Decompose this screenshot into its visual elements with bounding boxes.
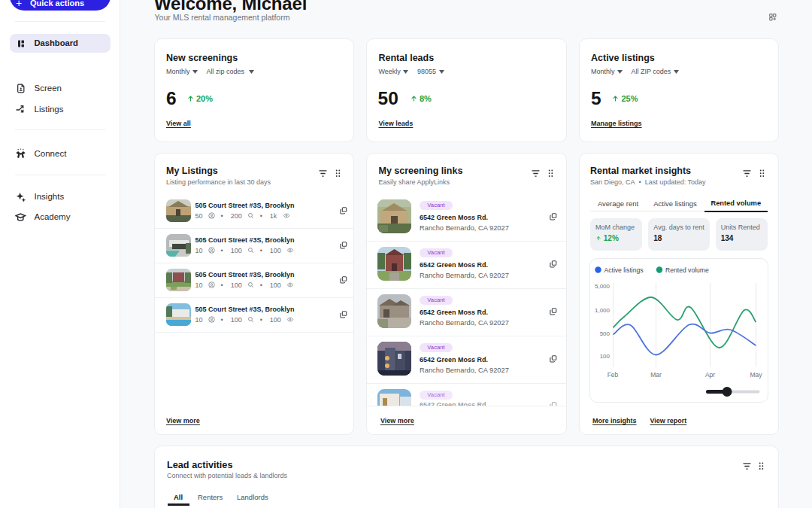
svg-text:May: May xyxy=(750,371,762,379)
svg-text:Mar: Mar xyxy=(650,371,662,379)
svg-text:100: 100 xyxy=(599,353,610,360)
svg-text:1,000: 1,000 xyxy=(594,306,610,313)
svg-text:5,000: 5,000 xyxy=(594,282,610,289)
svg-text:Active listings: Active listings xyxy=(604,266,643,273)
svg-text:Apr: Apr xyxy=(704,371,714,379)
svg-text:500: 500 xyxy=(599,330,610,336)
svg-text:Rented volume: Rented volume xyxy=(665,266,709,273)
svg-text:Feb: Feb xyxy=(607,371,618,379)
